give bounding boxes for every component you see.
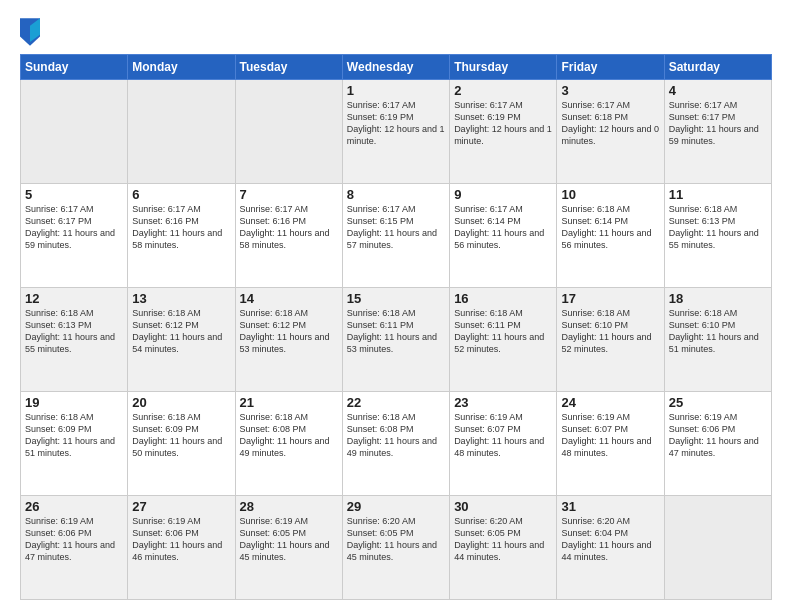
day-info: Sunrise: 6:18 AMSunset: 6:14 PMDaylight:… xyxy=(561,203,659,252)
day-info: Sunrise: 6:19 AMSunset: 6:07 PMDaylight:… xyxy=(561,411,659,460)
calendar-day-cell: 7Sunrise: 6:17 AMSunset: 6:16 PMDaylight… xyxy=(235,184,342,288)
day-info: Sunrise: 6:18 AMSunset: 6:10 PMDaylight:… xyxy=(669,307,767,356)
day-number: 2 xyxy=(454,83,552,98)
day-info: Sunrise: 6:20 AMSunset: 6:04 PMDaylight:… xyxy=(561,515,659,564)
day-info: Sunrise: 6:19 AMSunset: 6:06 PMDaylight:… xyxy=(669,411,767,460)
day-number: 26 xyxy=(25,499,123,514)
day-info: Sunrise: 6:17 AMSunset: 6:19 PMDaylight:… xyxy=(454,99,552,148)
header xyxy=(20,18,772,46)
calendar-week-row: 19Sunrise: 6:18 AMSunset: 6:09 PMDayligh… xyxy=(21,392,772,496)
day-number: 20 xyxy=(132,395,230,410)
calendar-week-row: 26Sunrise: 6:19 AMSunset: 6:06 PMDayligh… xyxy=(21,496,772,600)
day-number: 31 xyxy=(561,499,659,514)
day-number: 23 xyxy=(454,395,552,410)
day-info: Sunrise: 6:17 AMSunset: 6:14 PMDaylight:… xyxy=(454,203,552,252)
calendar-day-cell: 20Sunrise: 6:18 AMSunset: 6:09 PMDayligh… xyxy=(128,392,235,496)
calendar-day-header: Wednesday xyxy=(342,55,449,80)
calendar-day-cell: 1Sunrise: 6:17 AMSunset: 6:19 PMDaylight… xyxy=(342,80,449,184)
day-number: 27 xyxy=(132,499,230,514)
calendar-day-cell: 17Sunrise: 6:18 AMSunset: 6:10 PMDayligh… xyxy=(557,288,664,392)
calendar-day-cell: 31Sunrise: 6:20 AMSunset: 6:04 PMDayligh… xyxy=(557,496,664,600)
calendar-day-cell xyxy=(21,80,128,184)
calendar-day-cell: 23Sunrise: 6:19 AMSunset: 6:07 PMDayligh… xyxy=(450,392,557,496)
day-info: Sunrise: 6:17 AMSunset: 6:16 PMDaylight:… xyxy=(240,203,338,252)
calendar-day-cell: 2Sunrise: 6:17 AMSunset: 6:19 PMDaylight… xyxy=(450,80,557,184)
calendar-day-cell: 16Sunrise: 6:18 AMSunset: 6:11 PMDayligh… xyxy=(450,288,557,392)
calendar-day-cell xyxy=(128,80,235,184)
calendar-day-header: Sunday xyxy=(21,55,128,80)
calendar-day-cell: 9Sunrise: 6:17 AMSunset: 6:14 PMDaylight… xyxy=(450,184,557,288)
calendar-week-row: 12Sunrise: 6:18 AMSunset: 6:13 PMDayligh… xyxy=(21,288,772,392)
calendar-day-cell: 26Sunrise: 6:19 AMSunset: 6:06 PMDayligh… xyxy=(21,496,128,600)
day-info: Sunrise: 6:17 AMSunset: 6:19 PMDaylight:… xyxy=(347,99,445,148)
calendar-day-cell: 13Sunrise: 6:18 AMSunset: 6:12 PMDayligh… xyxy=(128,288,235,392)
day-number: 21 xyxy=(240,395,338,410)
day-number: 30 xyxy=(454,499,552,514)
day-number: 24 xyxy=(561,395,659,410)
day-number: 14 xyxy=(240,291,338,306)
calendar-day-cell: 22Sunrise: 6:18 AMSunset: 6:08 PMDayligh… xyxy=(342,392,449,496)
day-number: 8 xyxy=(347,187,445,202)
day-number: 11 xyxy=(669,187,767,202)
calendar-day-cell: 14Sunrise: 6:18 AMSunset: 6:12 PMDayligh… xyxy=(235,288,342,392)
day-number: 5 xyxy=(25,187,123,202)
day-info: Sunrise: 6:17 AMSunset: 6:18 PMDaylight:… xyxy=(561,99,659,148)
calendar-table: SundayMondayTuesdayWednesdayThursdayFrid… xyxy=(20,54,772,600)
day-number: 4 xyxy=(669,83,767,98)
calendar-day-cell: 8Sunrise: 6:17 AMSunset: 6:15 PMDaylight… xyxy=(342,184,449,288)
day-number: 28 xyxy=(240,499,338,514)
day-info: Sunrise: 6:18 AMSunset: 6:09 PMDaylight:… xyxy=(25,411,123,460)
day-number: 25 xyxy=(669,395,767,410)
day-info: Sunrise: 6:19 AMSunset: 6:07 PMDaylight:… xyxy=(454,411,552,460)
calendar-day-cell: 29Sunrise: 6:20 AMSunset: 6:05 PMDayligh… xyxy=(342,496,449,600)
day-info: Sunrise: 6:18 AMSunset: 6:12 PMDaylight:… xyxy=(240,307,338,356)
day-info: Sunrise: 6:20 AMSunset: 6:05 PMDaylight:… xyxy=(347,515,445,564)
calendar-day-cell: 21Sunrise: 6:18 AMSunset: 6:08 PMDayligh… xyxy=(235,392,342,496)
calendar-day-cell xyxy=(235,80,342,184)
calendar-day-cell: 11Sunrise: 6:18 AMSunset: 6:13 PMDayligh… xyxy=(664,184,771,288)
calendar-day-cell: 27Sunrise: 6:19 AMSunset: 6:06 PMDayligh… xyxy=(128,496,235,600)
calendar-day-cell: 15Sunrise: 6:18 AMSunset: 6:11 PMDayligh… xyxy=(342,288,449,392)
day-info: Sunrise: 6:17 AMSunset: 6:16 PMDaylight:… xyxy=(132,203,230,252)
day-number: 9 xyxy=(454,187,552,202)
day-info: Sunrise: 6:18 AMSunset: 6:10 PMDaylight:… xyxy=(561,307,659,356)
calendar-header-row: SundayMondayTuesdayWednesdayThursdayFrid… xyxy=(21,55,772,80)
logo xyxy=(20,18,46,46)
calendar-week-row: 5Sunrise: 6:17 AMSunset: 6:17 PMDaylight… xyxy=(21,184,772,288)
day-info: Sunrise: 6:19 AMSunset: 6:05 PMDaylight:… xyxy=(240,515,338,564)
day-number: 16 xyxy=(454,291,552,306)
day-number: 19 xyxy=(25,395,123,410)
calendar-day-cell: 5Sunrise: 6:17 AMSunset: 6:17 PMDaylight… xyxy=(21,184,128,288)
page: SundayMondayTuesdayWednesdayThursdayFrid… xyxy=(0,0,792,612)
calendar-day-header: Thursday xyxy=(450,55,557,80)
day-number: 29 xyxy=(347,499,445,514)
calendar-day-cell: 24Sunrise: 6:19 AMSunset: 6:07 PMDayligh… xyxy=(557,392,664,496)
day-info: Sunrise: 6:18 AMSunset: 6:13 PMDaylight:… xyxy=(669,203,767,252)
day-number: 3 xyxy=(561,83,659,98)
day-info: Sunrise: 6:19 AMSunset: 6:06 PMDaylight:… xyxy=(25,515,123,564)
day-number: 13 xyxy=(132,291,230,306)
day-info: Sunrise: 6:18 AMSunset: 6:13 PMDaylight:… xyxy=(25,307,123,356)
day-info: Sunrise: 6:18 AMSunset: 6:12 PMDaylight:… xyxy=(132,307,230,356)
calendar-day-cell: 18Sunrise: 6:18 AMSunset: 6:10 PMDayligh… xyxy=(664,288,771,392)
day-number: 10 xyxy=(561,187,659,202)
calendar-day-cell: 12Sunrise: 6:18 AMSunset: 6:13 PMDayligh… xyxy=(21,288,128,392)
day-number: 22 xyxy=(347,395,445,410)
day-number: 12 xyxy=(25,291,123,306)
day-info: Sunrise: 6:18 AMSunset: 6:08 PMDaylight:… xyxy=(347,411,445,460)
calendar-day-cell: 3Sunrise: 6:17 AMSunset: 6:18 PMDaylight… xyxy=(557,80,664,184)
day-number: 18 xyxy=(669,291,767,306)
day-info: Sunrise: 6:18 AMSunset: 6:11 PMDaylight:… xyxy=(454,307,552,356)
day-number: 15 xyxy=(347,291,445,306)
calendar-day-header: Friday xyxy=(557,55,664,80)
calendar-day-cell: 4Sunrise: 6:17 AMSunset: 6:17 PMDaylight… xyxy=(664,80,771,184)
calendar-day-header: Monday xyxy=(128,55,235,80)
day-info: Sunrise: 6:17 AMSunset: 6:15 PMDaylight:… xyxy=(347,203,445,252)
logo-icon xyxy=(20,18,40,46)
day-info: Sunrise: 6:18 AMSunset: 6:11 PMDaylight:… xyxy=(347,307,445,356)
calendar-day-cell: 10Sunrise: 6:18 AMSunset: 6:14 PMDayligh… xyxy=(557,184,664,288)
calendar-day-cell xyxy=(664,496,771,600)
calendar-day-cell: 30Sunrise: 6:20 AMSunset: 6:05 PMDayligh… xyxy=(450,496,557,600)
day-info: Sunrise: 6:20 AMSunset: 6:05 PMDaylight:… xyxy=(454,515,552,564)
day-number: 17 xyxy=(561,291,659,306)
